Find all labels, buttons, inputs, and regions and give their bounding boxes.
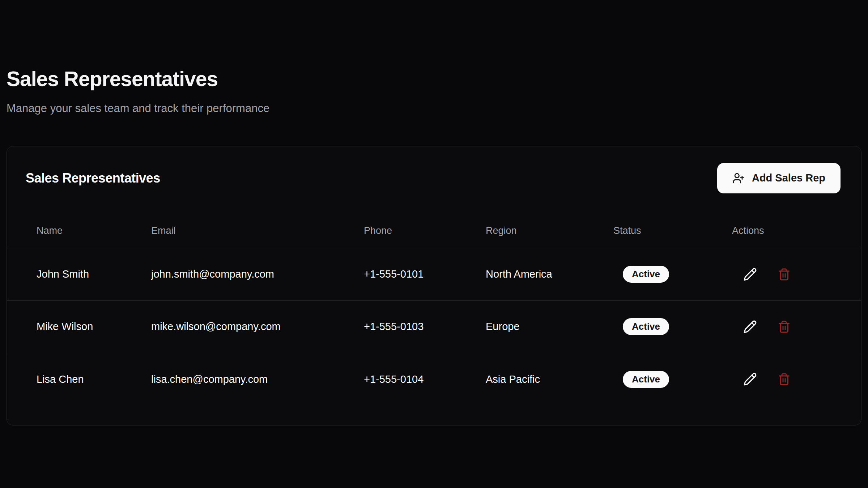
page: Sales Representatives Manage your sales … <box>0 67 868 425</box>
page-subtitle: Manage your sales team and track their p… <box>7 100 861 116</box>
column-header-status: Status <box>613 225 732 236</box>
column-header-phone: Phone <box>364 225 486 236</box>
add-sales-rep-label: Add Sales Rep <box>752 172 825 184</box>
status-badge: Active <box>623 318 669 335</box>
table-header-row: Name Email Phone Region Status Actions <box>7 214 861 248</box>
column-header-name: Name <box>37 225 151 236</box>
card-title: Sales Representatives <box>26 171 160 186</box>
cell-name: Mike Wilson <box>37 321 151 333</box>
sales-reps-card: Sales Representatives Add Sales Rep Name… <box>7 146 861 425</box>
row-actions <box>732 372 841 386</box>
user-plus-icon <box>732 172 745 184</box>
delete-button[interactable] <box>777 320 791 334</box>
trash-icon <box>778 373 791 386</box>
trash-icon <box>778 320 791 333</box>
edit-button[interactable] <box>743 320 757 334</box>
cell-region: Asia Pacific <box>486 373 613 385</box>
trash-icon <box>778 268 791 281</box>
edit-button[interactable] <box>743 372 757 386</box>
table-row: Mike Wilson mike.wilson@company.com +1-5… <box>7 301 861 353</box>
column-header-region: Region <box>486 225 613 236</box>
table-row: John Smith john.smith@company.com +1-555… <box>7 248 861 301</box>
cell-region: North America <box>486 268 613 280</box>
pencil-icon <box>743 372 757 386</box>
edit-button[interactable] <box>743 267 757 282</box>
cell-name: Lisa Chen <box>37 373 151 385</box>
column-header-actions: Actions <box>732 225 841 236</box>
cell-phone: +1-555-0101 <box>364 268 486 280</box>
delete-button[interactable] <box>777 267 791 282</box>
row-actions <box>732 320 841 334</box>
cell-email: lisa.chen@company.com <box>151 373 364 385</box>
row-actions <box>732 267 841 282</box>
status-badge: Active <box>623 371 669 388</box>
status-badge: Active <box>623 266 669 283</box>
card-header: Sales Representatives Add Sales Rep <box>7 163 861 193</box>
column-header-email: Email <box>151 225 364 236</box>
pencil-icon <box>743 320 757 334</box>
delete-button[interactable] <box>777 372 791 386</box>
cell-email: mike.wilson@company.com <box>151 321 364 333</box>
cell-region: Europe <box>486 321 613 333</box>
add-sales-rep-button[interactable]: Add Sales Rep <box>717 163 841 193</box>
cell-phone: +1-555-0104 <box>364 373 486 385</box>
sales-reps-table: Name Email Phone Region Status Actions J… <box>7 214 861 406</box>
cell-email: john.smith@company.com <box>151 268 364 280</box>
page-title: Sales Representatives <box>7 67 861 91</box>
cell-name: John Smith <box>37 268 151 280</box>
pencil-icon <box>743 267 757 281</box>
table-row: Lisa Chen lisa.chen@company.com +1-555-0… <box>7 353 861 406</box>
cell-phone: +1-555-0103 <box>364 321 486 333</box>
